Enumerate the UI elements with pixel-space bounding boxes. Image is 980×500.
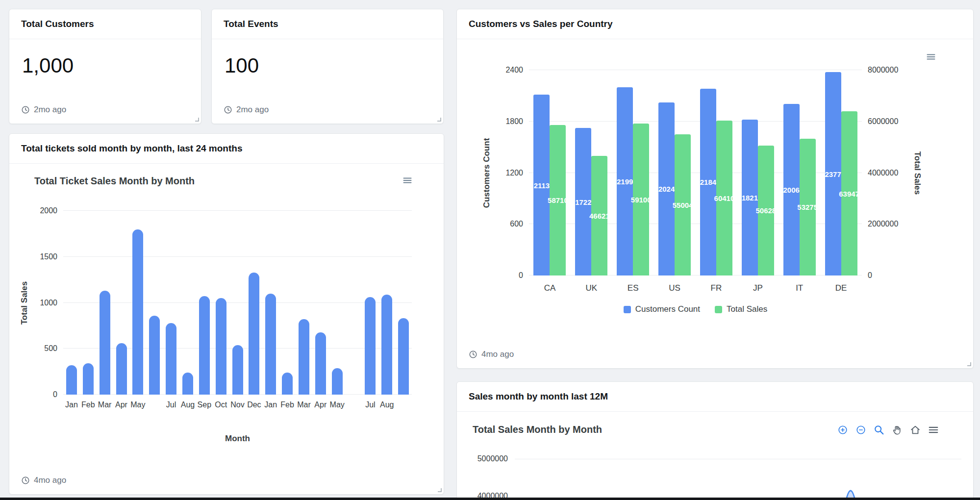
bar-mar[interactable] <box>299 319 309 395</box>
legend-swatch-blue <box>624 306 631 313</box>
bar-value-label: 46621 <box>589 211 610 220</box>
x-tick-label: Feb <box>280 400 294 409</box>
bar-aug[interactable] <box>182 373 193 395</box>
x-tick-label: Jul <box>166 400 176 409</box>
last-updated: 2mo ago <box>224 105 269 115</box>
x-tick-label: May <box>130 400 145 409</box>
bar-m6[interactable] <box>149 316 160 395</box>
bar-jp-total-sales[interactable]: 50628 <box>758 146 774 275</box>
bar-jul[interactable] <box>166 323 176 395</box>
clock-icon <box>21 476 30 485</box>
bar-aug[interactable] <box>381 295 392 395</box>
card-title: Sales month by month last 12M <box>469 391 608 402</box>
card-title: Total tickets sold month by month, last … <box>21 143 242 154</box>
stat-value: 100 <box>212 39 443 77</box>
bar-may[interactable] <box>332 368 343 395</box>
bar-jul[interactable] <box>365 297 376 395</box>
stat-value: 1,000 <box>9 39 201 77</box>
bar-jan[interactable] <box>265 294 276 395</box>
clock-icon <box>469 350 477 359</box>
resize-handle-icon[interactable] <box>435 485 442 493</box>
bar-jp-customers-count[interactable]: 1821 <box>742 120 758 275</box>
bar-may[interactable] <box>132 229 143 395</box>
bar-feb[interactable] <box>83 363 94 395</box>
chart-menu-icon[interactable] <box>401 175 414 187</box>
bar-value-label: 2377 <box>825 170 841 178</box>
bar-value-label: 2006 <box>783 185 800 194</box>
bar-us-total-sales[interactable]: 55004 <box>675 134 691 275</box>
bar-uk-customers-count[interactable]: 1722 <box>575 128 591 275</box>
bar-nov[interactable] <box>232 345 243 395</box>
gridline <box>515 496 961 497</box>
bar-ca-total-sales[interactable]: 58710 <box>550 125 566 275</box>
x-category-label: UK <box>586 283 598 293</box>
bar-apr[interactable] <box>116 343 127 395</box>
resize-handle-icon[interactable] <box>434 115 442 122</box>
bar-sep[interactable] <box>199 296 210 395</box>
card-sales-last-12m: Sales month by month last 12M Total Sale… <box>456 381 974 500</box>
card-title: Total Events <box>224 19 278 29</box>
x-tick-label: Oct <box>215 400 227 409</box>
bar-it-customers-count[interactable]: 2006 <box>783 104 800 275</box>
bar-value-label: 59100 <box>631 196 652 204</box>
last-updated-label: 4mo ago <box>34 475 66 485</box>
x-tick-label: Aug <box>380 400 394 409</box>
bar-es-total-sales[interactable]: 59100 <box>633 124 649 275</box>
bar-de-total-sales[interactable]: 63947 <box>841 111 857 275</box>
legend-item-customers-count[interactable]: Customers Count <box>624 304 700 314</box>
card-customers-vs-sales: Customers vs Sales per Country Customers… <box>456 9 974 369</box>
clock-icon <box>224 105 232 114</box>
bar-fr-total-sales[interactable]: 60410 <box>716 121 732 275</box>
bar-slot: May <box>329 211 346 395</box>
bar-ca-customers-count[interactable]: 2113 <box>533 95 550 275</box>
bar-oct[interactable] <box>216 298 226 395</box>
zoom-in-icon[interactable] <box>837 425 848 435</box>
bar-fr-customers-count[interactable]: 2184 <box>700 89 716 275</box>
bar-us-customers-count[interactable]: 2024 <box>658 102 675 275</box>
bar-mar[interactable] <box>100 291 110 395</box>
home-icon[interactable] <box>910 425 921 435</box>
menu-icon[interactable] <box>928 425 939 435</box>
bar-slot: Mar <box>97 211 113 395</box>
clock-icon <box>21 105 30 114</box>
bar-slot: Feb <box>80 211 97 395</box>
x-tick-label: Jan <box>264 400 277 409</box>
bar-value-label: 55004 <box>673 200 693 209</box>
bar-es-customers-count[interactable]: 2199 <box>617 87 633 275</box>
bars-area: JanFebMarAprMayJulAugSepOctNovDecJanFebM… <box>63 211 412 395</box>
bar-dec[interactable] <box>249 273 259 395</box>
x-tick-label: Mar <box>98 400 112 409</box>
bar-de-customers-count[interactable]: 2377 <box>825 72 841 275</box>
left-tick-label: 1800 <box>505 117 523 126</box>
chart-menu-icon[interactable] <box>924 51 938 63</box>
x-tick-label: Apr <box>314 400 327 409</box>
zoom-out-icon[interactable] <box>855 425 866 435</box>
card-header: Total Customers <box>9 9 201 39</box>
bar-it-total-sales[interactable]: 53275 <box>800 139 816 275</box>
x-tick-label: Apr <box>115 400 127 409</box>
bar-group-es: 219959100ES <box>612 70 654 275</box>
bar-apr[interactable] <box>315 332 326 395</box>
bar-feb[interactable] <box>282 373 293 395</box>
resize-handle-icon[interactable] <box>192 115 200 122</box>
bar-slot: Jan <box>262 211 279 395</box>
legend-swatch-green <box>715 306 722 313</box>
x-tick-label: Mar <box>297 400 311 409</box>
left-tick-label: 1200 <box>505 169 523 177</box>
card-header: Total Events <box>212 9 443 39</box>
pan-icon[interactable] <box>892 425 903 435</box>
legend-item-total-sales[interactable]: Total Sales <box>715 304 767 314</box>
x-tick-label: Sep <box>198 400 211 409</box>
bar-value-label: 50628 <box>755 206 776 215</box>
x-tick-label: Aug <box>181 400 195 409</box>
bar-uk-total-sales[interactable]: 46621 <box>591 156 607 275</box>
bar-slot: Jul <box>362 211 378 395</box>
bar-jan[interactable] <box>66 365 77 395</box>
x-tick-label: Dec <box>247 400 261 409</box>
selection-zoom-icon[interactable] <box>874 425 884 435</box>
legend-label: Total Sales <box>727 304 767 314</box>
resize-handle-icon[interactable] <box>964 359 972 367</box>
bar-m21[interactable] <box>398 318 409 395</box>
y-tick-label: 500 <box>44 344 57 353</box>
bar-group-uk: 172246621UK <box>571 70 612 275</box>
